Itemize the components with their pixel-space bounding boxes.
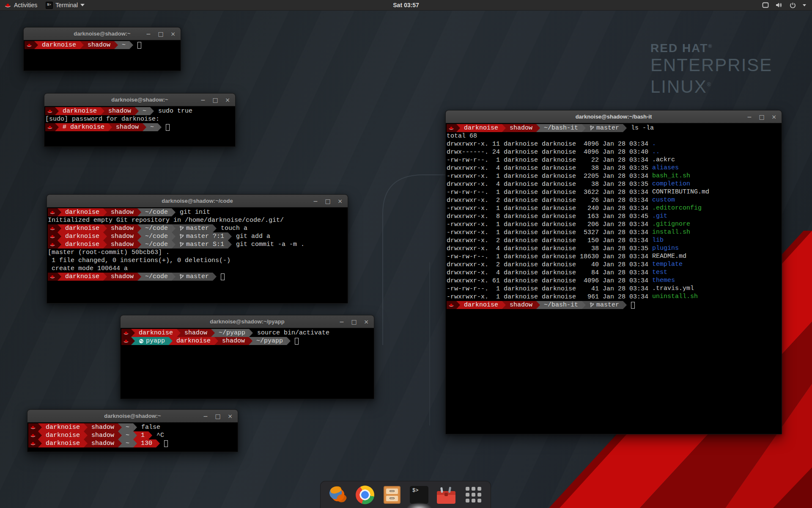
minimize-button[interactable]: − [145,31,151,37]
git-branch-icon [179,234,184,240]
dock-item-firefox[interactable] [328,485,348,505]
redhat-fedora-icon [448,303,454,307]
maximize-button[interactable]: □ [759,114,765,120]
powerline-separator-icon [582,301,586,309]
terminal-content[interactable]: darknoiseshadow~/bash-itmasterls -latota… [446,123,782,434]
minimize-button[interactable]: − [339,319,345,325]
terminal-content[interactable]: darknoiseshadow~/pyappsource bin/activat… [121,328,374,399]
ls-row-meta: drwxrwxr-x. 4 darknoise darknoise 38 Jan… [447,245,652,253]
close-button[interactable]: × [170,31,176,37]
close-button[interactable]: × [363,319,369,325]
terminal-window-home-small[interactable]: darknoise@shadow:~−□×darknoiseshadow~ [23,27,181,71]
powerline-separator-icon [148,431,152,439]
terminal-content[interactable]: darknoiseshadow~ [24,40,181,71]
terminal-content[interactable]: darknoiseshadow~sudo true[sudo] password… [44,106,235,146]
powerline-separator-icon [133,439,137,447]
terminal-output-line: drwx------. 24 darknoise darknoise 4096 … [447,148,782,156]
maximize-button[interactable]: □ [325,198,331,204]
dock-item-toolbox[interactable] [436,485,456,505]
close-button[interactable]: × [225,97,230,103]
branding-line-3: LINUX® [650,75,772,97]
power-icon [790,2,796,8]
terminal-prompt-line: darknoiseshadow~130 [28,439,238,447]
powerline-separator-icon [103,208,107,216]
prompt-segment-host: shadow [107,232,137,240]
terminal-window-bash-it[interactable]: darknoise@shadow:~/bash-it−□×darknoisesh… [445,110,782,434]
terminal-window-exitcodes[interactable]: darknoise@shadow:~−□×darknoiseshadow~fal… [27,409,238,452]
prompt-segment-host: shadow [84,41,114,49]
prompt-segment-user: # darknoise [59,123,108,131]
ls-row-meta: -rw-rw-r--. 1 darknoise darknoise 3622 J… [447,188,652,196]
clock[interactable]: Sat 03:57 [393,2,419,8]
terminal-output-line: drwxrwxr-x. 4 darknoise darknoise 38 Jan… [447,245,782,253]
window-title: darknoise@shadow:~/code [47,198,348,204]
dock-item-terminal[interactable]: $> [409,485,429,505]
prompt-segment-host: shadow [88,439,118,447]
prompt-segment-hat [48,273,58,281]
prompt-segment-user: darknoise [61,232,103,240]
close-button[interactable]: × [227,413,233,419]
powerline-separator-icon [131,329,135,337]
redhat-fedora-icon [49,234,55,239]
window-titlebar[interactable]: darknoise@shadow:~−□× [24,28,181,40]
ls-row-meta: drwx------. 24 darknoise darknoise 4096 … [447,148,652,156]
maximize-button[interactable]: □ [158,31,164,37]
prompt-segment-user: darknoise [61,273,103,281]
ls-row-meta: drwxrwxr-x. 8 darknoise darknoise 163 Ja… [447,213,652,221]
powerline-separator-icon [213,273,217,281]
redhat-fedora-icon [123,331,129,335]
terminal-content[interactable]: darknoiseshadow~/codegit initInitialized… [47,207,348,303]
dock-item-app-grid[interactable] [464,485,483,505]
terminal-prompt-line: darknoiseshadow~/codemaster S:1git commi… [48,240,348,248]
close-button[interactable]: × [771,114,777,120]
maximize-button[interactable]: □ [351,319,357,325]
terminal-output-line: total 68 [447,132,782,140]
output-text: create mode 100644 a [48,265,128,273]
app-menu-terminal[interactable]: $> Terminal [41,0,89,10]
dock-item-chrome[interactable] [355,485,375,505]
terminal-output-line: 1 file changed, 0 insertions(+), 0 delet… [48,257,348,265]
maximize-button[interactable]: □ [215,413,221,419]
minimize-button[interactable]: − [200,97,206,103]
prompt-segment-path: ~/code [141,208,172,216]
terminal-output-line: drwxrwxr-x. 61 darknoise darknoise 4096 … [447,277,782,285]
window-titlebar[interactable]: darknoise@shadow:~/bash-it−□× [446,110,782,123]
terminal-cursor [164,440,168,447]
toolbox-icon [437,491,455,504]
terminal-window-sudo[interactable]: darknoise@shadow:~−□×darknoiseshadow~sud… [44,93,236,147]
dock-item-files[interactable] [382,485,402,505]
powerline-separator-icon [58,232,61,240]
terminal-window-pyapp[interactable]: darknoise@shadow:~/pyapp−□×darknoiseshad… [120,315,374,399]
prompt-segment-user: darknoise [460,301,502,309]
prompt-segment-path: ~ [122,439,133,447]
activities-button[interactable]: Activities [0,0,41,10]
prompt-segment-hat [48,232,58,240]
powerline-separator-icon [249,337,252,345]
window-title: darknoise@shadow:~/pyapp [121,318,374,325]
window-buttons: −□× [203,413,238,419]
powerline-separator-icon [38,423,42,431]
prompt-segment-user: darknoise [61,224,103,232]
chrome-icon [356,486,374,504]
terminal-output-line: drwxrwxr-x. 11 darknoise darknoise 4096 … [447,140,782,148]
system-status-area[interactable] [756,0,812,10]
minimize-button[interactable]: − [203,413,208,419]
minimize-button[interactable]: − [313,198,318,204]
terminal-output-line: drwxrwxr-x. 4 darknoise darknoise 38 Jan… [447,164,782,172]
window-titlebar[interactable]: darknoise@shadow:~/code−□× [47,195,348,207]
git-branch-icon [179,274,184,280]
maximize-button[interactable]: □ [212,97,218,103]
terminal-content[interactable]: darknoiseshadow~falsedarknoiseshadow~1^C… [27,422,238,452]
terminal-window-code[interactable]: darknoise@shadow:~/code−□×darknoiseshado… [47,194,348,304]
app-grid-icon [466,487,481,502]
prompt-segment-path: ~/code [141,240,172,248]
window-titlebar[interactable]: darknoise@shadow:~−□× [44,94,235,106]
close-button[interactable]: × [337,198,343,204]
window-titlebar[interactable]: darknoise@shadow:~/pyapp−□× [121,315,374,328]
minimize-button[interactable]: − [746,114,752,120]
powerline-separator-icon [137,273,141,281]
ls-row-meta: -rwxrwxr-x. 1 darknoise darknoise 961 Ja… [447,293,652,301]
window-buttons: −□× [145,31,181,37]
prompt-segment-hat [25,41,34,49]
window-titlebar[interactable]: darknoise@shadow:~−□× [27,410,238,422]
